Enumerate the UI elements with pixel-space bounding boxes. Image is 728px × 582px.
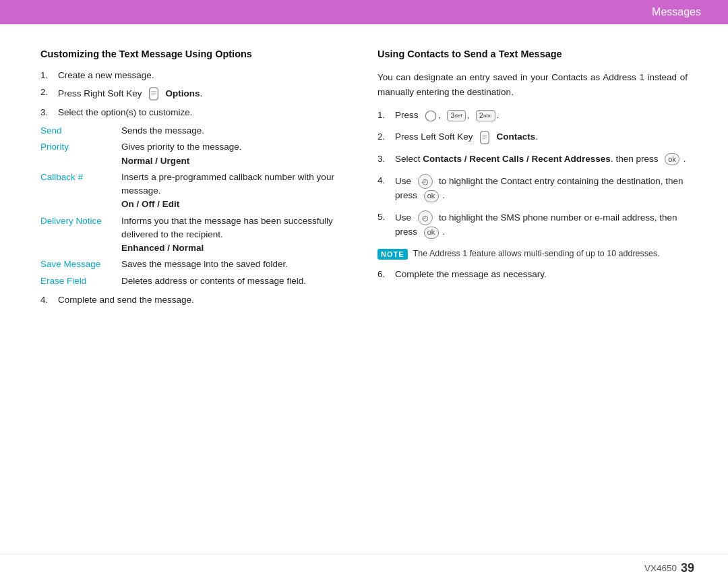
right-section-title: Using Contacts to Send a Text Message	[377, 49, 688, 59]
contacts-bold: Contacts / Recent Calls / Recent Address…	[423, 154, 611, 164]
right-step-num-1: 1.	[377, 109, 391, 122]
press-icon-circle	[425, 110, 437, 122]
left-step-3: 3. Select the option(s) to customize.	[40, 107, 351, 117]
right-step-text-5: Use ◴ to highlight the SMS phone number …	[395, 210, 688, 239]
opt-val-send: Sends the message.	[121, 124, 351, 138]
opt-delivery: Delivery Notice Informs you that the mes…	[40, 214, 351, 256]
ok-key-4: ok	[424, 190, 439, 202]
footer: VX4650 39	[0, 554, 728, 582]
step-num-2: 2.	[40, 87, 54, 100]
opt-key-priority: Priority	[40, 140, 121, 152]
right-step-text-6: Complete the message as necessary.	[395, 268, 547, 281]
right-step-2: 2. Press Left Soft Key Contacts.	[377, 130, 688, 144]
right-column: Using Contacts to Send a Text Message Yo…	[377, 49, 688, 312]
callback-sub: On / Off / Edit	[121, 199, 179, 209]
opt-key-savemsg: Save Message	[40, 258, 121, 269]
step-num-4: 4.	[40, 295, 54, 305]
step-text-2: Press Right Soft Key Options.	[58, 87, 202, 100]
right-step-text-4: Use ◴ to highlight the Contact entry con…	[395, 174, 688, 202]
ok-key-3: ok	[665, 153, 679, 165]
opt-val-erase: Deletes address or contents of message f…	[121, 274, 351, 288]
note-row: NOTE The Address 1 feature allows multi-…	[377, 248, 688, 260]
svg-rect-5	[481, 132, 489, 144]
key-3def: 3def	[447, 110, 465, 121]
opt-savemsg: Save Message Saves the message into the …	[40, 258, 351, 271]
opt-val-delivery: Informs you that the message has been su…	[121, 214, 351, 256]
left-step-2: 2. Press Right Soft Key Options.	[40, 87, 351, 100]
right-step-num-3: 3.	[377, 152, 391, 166]
footer-page: 39	[681, 561, 694, 575]
options-table: Send Sends the message. Priority Gives p…	[40, 124, 351, 288]
left-section-title: Customizing the Text Message Using Optio…	[40, 49, 351, 59]
left-step-1: 1. Create a new message.	[40, 70, 351, 80]
opt-callback: Callback # Inserts a pre-programmed call…	[40, 171, 351, 212]
opt-val-priority: Gives priority to the message. Normal / …	[121, 140, 351, 168]
note-badge: NOTE	[377, 249, 408, 260]
left-step-4: 4. Complete and send the message.	[40, 295, 351, 305]
opt-val-callback: Inserts a pre-programmed callback number…	[121, 171, 351, 212]
header-bar: Messages	[0, 0, 728, 24]
delivery-sub: Enhanced / Normal	[121, 243, 204, 253]
right-step-text-3: Select Contacts / Recent Calls / Recent …	[395, 152, 686, 166]
opt-val-savemsg: Saves the message into the saved folder.	[121, 258, 351, 271]
header-title: Messages	[652, 6, 701, 18]
right-step-text-2: Press Left Soft Key Contacts.	[395, 130, 538, 144]
step-num-1: 1.	[40, 70, 54, 80]
right-softkey-icon	[148, 87, 159, 100]
note-text: The Address 1 feature allows multi-sendi…	[413, 248, 660, 260]
right-step-6: 6. Complete the message as necessary.	[377, 268, 688, 281]
opt-key-erase: Erase Field	[40, 274, 121, 286]
opt-erase: Erase Field Deletes address or contents …	[40, 274, 351, 288]
opt-key-delivery: Delivery Notice	[40, 214, 121, 226]
svg-rect-0	[150, 88, 158, 100]
key-2abc: 2abc	[476, 110, 495, 121]
right-step-4: 4. Use ◴ to highlight the Contact entry …	[377, 174, 688, 202]
opt-key-callback: Callback #	[40, 171, 121, 182]
options-label: Options	[166, 88, 200, 98]
left-softkey-icon	[479, 131, 490, 144]
nav-icon-5: ◴	[418, 210, 433, 225]
right-step-num-2: 2.	[377, 130, 391, 144]
right-step-num-6: 6.	[377, 268, 391, 281]
ok-key-5: ok	[424, 227, 439, 239]
opt-send: Send Sends the message.	[40, 124, 351, 138]
footer-model: VX4650	[644, 563, 677, 573]
step-num-3: 3.	[40, 107, 54, 117]
step-text-1: Create a new message.	[58, 70, 154, 80]
priority-sub: Normal / Urgent	[121, 156, 189, 166]
contacts-label: Contacts	[497, 132, 536, 142]
right-step-3: 3. Select Contacts / Recent Calls / Rece…	[377, 152, 688, 166]
left-column: Customizing the Text Message Using Optio…	[40, 49, 351, 312]
right-step-num-5: 5.	[377, 210, 391, 239]
right-step-text-1: Press , 3def, 2abc.	[395, 109, 499, 122]
step-text-3: Select the option(s) to customize.	[58, 107, 193, 117]
nav-icon-4: ◴	[418, 174, 433, 189]
main-content: Customizing the Text Message Using Optio…	[0, 24, 728, 325]
opt-priority: Priority Gives priority to the message. …	[40, 140, 351, 168]
svg-point-4	[425, 111, 435, 121]
step-text-4: Complete and send the message.	[58, 295, 194, 305]
opt-key-send: Send	[40, 124, 121, 136]
right-intro: You can designate an entry saved in your…	[377, 70, 688, 99]
right-step-num-4: 4.	[377, 174, 391, 202]
right-step-5: 5. Use ◴ to highlight the SMS phone numb…	[377, 210, 688, 239]
right-step-1: 1. Press , 3def, 2abc.	[377, 109, 688, 122]
